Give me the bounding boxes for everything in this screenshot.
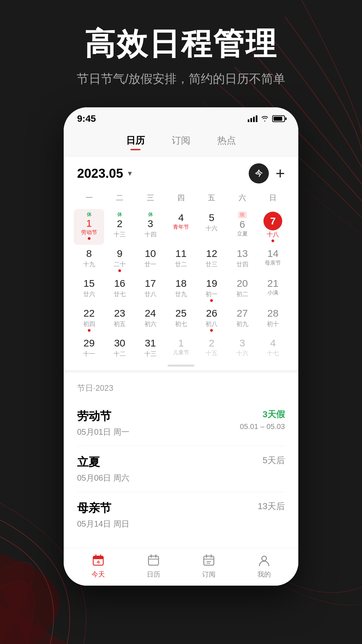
scroll-bar xyxy=(168,365,194,367)
svg-point-15 xyxy=(262,556,266,561)
today-button[interactable]: 今 xyxy=(249,163,269,183)
day-lunar-7: 十八 xyxy=(267,230,279,238)
cal-day-4[interactable]: 4 青年节 xyxy=(166,209,196,245)
day-num-30: 30 xyxy=(114,337,125,349)
day-num-jun1: 1 xyxy=(178,337,184,349)
day-lunar-5: 十六 xyxy=(205,224,218,232)
cal-day-jun3[interactable]: 3 十六 xyxy=(227,334,257,361)
cal-day-6[interactable]: 班 6 立夏 xyxy=(227,209,257,245)
cal-day-18[interactable]: 18 廿九 xyxy=(166,275,196,305)
cal-day-jun4[interactable]: 4 十七 xyxy=(258,334,288,361)
nav-item-today[interactable]: 今 今天 xyxy=(91,553,106,579)
event-date-1: 05月01日 周一 xyxy=(77,427,129,437)
dot-19 xyxy=(210,299,213,302)
cal-day-jun1[interactable]: 1 儿童节 xyxy=(166,334,196,361)
svg-rect-5 xyxy=(148,556,159,565)
dot-1 xyxy=(88,237,90,240)
event-meta-2: 5天后 xyxy=(263,454,285,466)
cal-day-24[interactable]: 24 初六 xyxy=(135,305,166,334)
cal-day-10[interactable]: 10 廿一 xyxy=(135,245,166,275)
cal-day-1[interactable]: 休 1 劳动节 xyxy=(74,209,104,245)
event-countdown-3: 13天后 xyxy=(258,500,285,512)
day-lunar-11: 廿二 xyxy=(175,260,187,268)
cal-day-16[interactable]: 16 廿七 xyxy=(104,275,135,305)
day-header-wed: 三 xyxy=(135,190,166,206)
nav-label-profile: 我的 xyxy=(257,570,271,579)
tab-subscribe[interactable]: 订阅 xyxy=(172,134,190,150)
cal-day-5[interactable]: 5 十六 xyxy=(196,209,227,245)
tab-hotspot[interactable]: 热点 xyxy=(217,134,236,150)
cal-day-25[interactable]: 25 初七 xyxy=(166,305,196,334)
calendar-month[interactable]: 2023.05 ▼ xyxy=(77,166,133,181)
nav-label-today: 今天 xyxy=(92,570,105,579)
dot-7 xyxy=(272,239,274,242)
day-headers: 一 二 三 四 五 六 日 xyxy=(64,190,298,206)
day-num-26: 26 xyxy=(206,307,217,319)
cal-day-26[interactable]: 26 初八 xyxy=(196,305,227,334)
cal-day-29[interactable]: 29 十一 xyxy=(74,334,104,361)
battery-icon xyxy=(272,115,285,122)
status-icons xyxy=(248,115,285,122)
cal-day-jun2[interactable]: 2 十五 xyxy=(196,334,227,361)
cal-day-3[interactable]: 休 3 十四 xyxy=(135,209,166,245)
status-time: 9:45 xyxy=(77,113,96,124)
day-lunar-31: 十三 xyxy=(144,350,157,358)
day-lunar-15: 廿六 xyxy=(83,290,95,298)
event-item-lixia[interactable]: 立夏 05月06日 周六 5天后 xyxy=(77,446,285,492)
day-num-31: 31 xyxy=(145,337,156,349)
cal-day-31[interactable]: 31 十三 xyxy=(135,334,166,361)
event-item-labourday[interactable]: 劳动节 05月01日 周一 3天假 05.01 – 05.03 xyxy=(77,400,285,446)
cal-day-27[interactable]: 27 初九 xyxy=(227,305,257,334)
cal-day-9[interactable]: 9 二十 xyxy=(104,245,135,275)
cal-day-13[interactable]: 13 廿四 xyxy=(227,245,257,275)
cal-day-11[interactable]: 11 廿二 xyxy=(166,245,196,275)
hero-section: 高效日程管理 节日节气/放假安排，简约的日历不简单 xyxy=(0,0,362,87)
cal-day-19[interactable]: 19 初一 xyxy=(196,275,227,305)
day-num-11: 11 xyxy=(175,248,186,260)
cal-day-22[interactable]: 22 初四 xyxy=(74,305,104,334)
calendar-header: 2023.05 ▼ 今 + xyxy=(64,157,298,190)
day-lunar-20: 初二 xyxy=(236,290,248,298)
cal-day-7-today[interactable]: 7 十八 xyxy=(258,209,288,245)
day-label-21: 小满 xyxy=(267,289,278,297)
event-item-mothersday[interactable]: 母亲节 05月14日 周日 13天后 xyxy=(77,492,285,538)
cal-day-20[interactable]: 20 初二 xyxy=(227,275,257,305)
day-lunar-17: 廿八 xyxy=(144,290,157,298)
day-header-sat: 六 xyxy=(227,190,257,206)
phone-mockup: 9:45 xyxy=(64,107,298,586)
day-lunar-27: 初九 xyxy=(236,320,248,328)
nav-item-profile[interactable]: 我的 xyxy=(257,553,272,579)
event-info-1: 劳动节 05月01日 周一 xyxy=(77,409,129,437)
svg-rect-1 xyxy=(93,556,103,559)
day-num-jun3: 3 xyxy=(240,337,245,349)
nav-profile-icon xyxy=(257,553,272,568)
event-date-2: 05月06日 周六 xyxy=(77,473,129,483)
nav-calendar-icon xyxy=(146,553,161,568)
scroll-indicator xyxy=(64,361,298,370)
cal-day-21[interactable]: 21 小满 xyxy=(258,275,288,305)
hero-subtitle: 节日节气/放假安排，简约的日历不简单 xyxy=(20,71,342,87)
cal-day-12[interactable]: 12 廿三 xyxy=(196,245,227,275)
cal-day-23[interactable]: 23 初五 xyxy=(104,305,135,334)
nav-item-subscribe[interactable]: 订阅 xyxy=(201,553,216,579)
cal-day-8[interactable]: 8 十九 xyxy=(74,245,104,275)
cal-day-15[interactable]: 15 廿六 xyxy=(74,275,104,305)
add-button[interactable]: + xyxy=(276,165,285,181)
cal-day-17[interactable]: 17 廿八 xyxy=(135,275,166,305)
nav-item-calendar[interactable]: 日历 xyxy=(146,553,161,579)
event-holiday-tag-1: 3天假 xyxy=(240,409,285,420)
tab-calendar[interactable]: 日历 xyxy=(126,134,145,150)
day-num-20: 20 xyxy=(237,277,248,289)
day-num-6: 6 xyxy=(240,218,245,230)
day-num-5: 5 xyxy=(209,212,215,224)
cal-day-2[interactable]: 休 2 十三 xyxy=(104,209,135,245)
day-lunar-12: 廿三 xyxy=(205,260,218,268)
cal-day-30[interactable]: 30 十二 xyxy=(104,334,135,361)
cal-day-14[interactable]: 14 母亲节 xyxy=(258,245,288,275)
cal-day-28[interactable]: 28 初十 xyxy=(258,305,288,334)
day-label-1: 劳动节 xyxy=(81,229,97,236)
day-num-1: 1 xyxy=(86,218,92,229)
dot-26 xyxy=(210,329,213,332)
hero-title: 高效日程管理 xyxy=(20,27,342,61)
calendar-grid: 休 1 劳动节 休 2 十三 休 3 十四 xyxy=(64,209,298,361)
